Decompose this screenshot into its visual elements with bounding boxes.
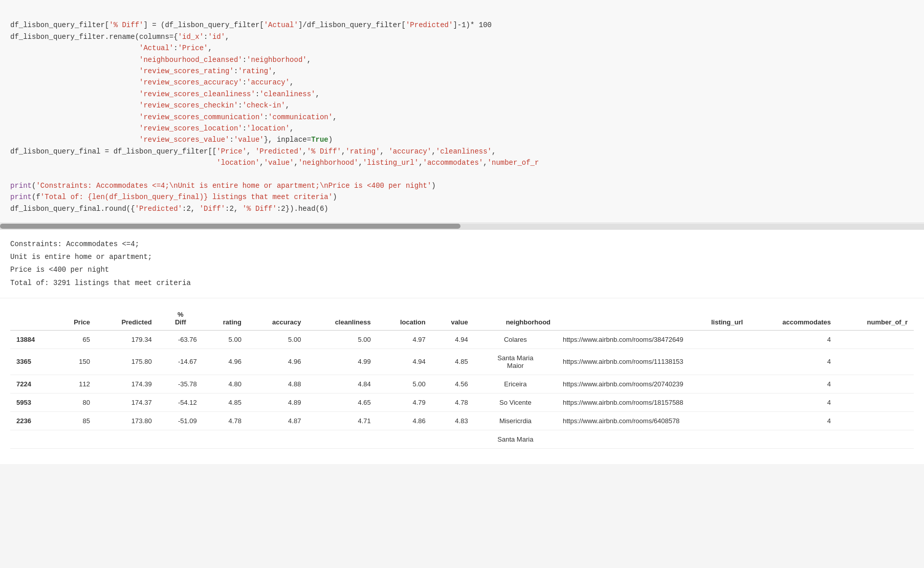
row-accommodates: 4 <box>749 330 837 348</box>
row-number <box>837 430 914 448</box>
row-pct-diff: -35.78 <box>158 375 203 393</box>
row-location: 4.94 <box>377 348 432 375</box>
row-cleanliness <box>307 430 377 448</box>
table-row: 2236 85 173.80 -51.09 4.78 4.87 4.71 4.8… <box>10 411 914 430</box>
row-predicted: 174.39 <box>96 375 158 393</box>
row-predicted: 173.80 <box>96 411 158 430</box>
row-neighborhood: Misericrdia <box>474 411 557 430</box>
row-pct-diff: -54.12 <box>158 393 203 411</box>
row-predicted: 174.37 <box>96 393 158 411</box>
row-value <box>432 430 474 448</box>
row-accuracy: 4.96 <box>248 348 307 375</box>
row-accommodates: 4 <box>749 348 837 375</box>
row-accuracy: 5.00 <box>248 330 307 348</box>
row-pct-diff: -14.67 <box>158 348 203 375</box>
row-location: 5.00 <box>377 375 432 393</box>
row-number <box>837 393 914 411</box>
row-id: 2236 <box>10 411 55 430</box>
row-cleanliness: 4.99 <box>307 348 377 375</box>
row-price: 112 <box>55 375 96 393</box>
scrollbar-thumb[interactable] <box>0 224 460 229</box>
row-rating: 5.00 <box>203 330 248 348</box>
row-accommodates: 4 <box>749 375 837 393</box>
col-header-number: number_of_r <box>837 307 914 331</box>
row-neighborhood: Ericeira <box>474 375 557 393</box>
row-number <box>837 330 914 348</box>
col-header-price: Price <box>55 307 96 331</box>
row-price <box>55 430 96 448</box>
table-row: 3365 150 175.80 -14.67 4.96 4.96 4.99 4.… <box>10 348 914 375</box>
row-price: 150 <box>55 348 96 375</box>
col-header-neighborhood: neighborhood <box>474 307 557 331</box>
output-line-4: Total of: 3291 listings that meet criter… <box>10 277 914 290</box>
row-cleanliness: 4.71 <box>307 411 377 430</box>
row-neighborhood: Colares <box>474 330 557 348</box>
output-line-2: Unit is entire home or apartment; <box>10 251 914 264</box>
row-predicted <box>96 430 158 448</box>
row-id <box>10 430 55 448</box>
results-table: Price Predicted %Diff rating accuracy cl… <box>10 307 914 449</box>
col-header-accommodates: accommodates <box>749 307 837 331</box>
table-row: 13884 65 179.34 -63.76 5.00 5.00 5.00 4.… <box>10 330 914 348</box>
row-rating: 4.85 <box>203 393 248 411</box>
row-number <box>837 348 914 375</box>
row-rating <box>203 430 248 448</box>
row-id: 3365 <box>10 348 55 375</box>
row-number <box>837 411 914 430</box>
row-accuracy <box>248 430 307 448</box>
row-rating: 4.96 <box>203 348 248 375</box>
row-url: https://www.airbnb.com/rooms/38472649 <box>557 330 749 348</box>
row-url: https://www.airbnb.com/rooms/18157588 <box>557 393 749 411</box>
row-location: 4.97 <box>377 330 432 348</box>
col-header-predicted: Predicted <box>96 307 158 331</box>
row-id: 7224 <box>10 375 55 393</box>
table-row: Santa Maria <box>10 430 914 448</box>
table-row: 5953 80 174.37 -54.12 4.85 4.89 4.65 4.7… <box>10 393 914 411</box>
row-value: 4.78 <box>432 393 474 411</box>
row-value: 4.94 <box>432 330 474 348</box>
row-neighborhood: Santa MariaMaior <box>474 348 557 375</box>
row-url <box>557 430 749 448</box>
row-price: 65 <box>55 330 96 348</box>
row-accuracy: 4.87 <box>248 411 307 430</box>
col-header-location: location <box>377 307 432 331</box>
col-header-value: value <box>432 307 474 331</box>
row-url: https://www.airbnb.com/rooms/20740239 <box>557 375 749 393</box>
code-print1: print('Constraints: Accommodates <=4;\nU… <box>10 182 436 190</box>
code-cell: df_lisbon_query_filter['% Diff'] = (df_l… <box>0 0 924 223</box>
table-row: 7224 112 174.39 -35.78 4.80 4.88 4.84 5.… <box>10 375 914 393</box>
row-value: 4.85 <box>432 348 474 375</box>
code-line-2: df_lisbon_query_filter.rename(columns={'… <box>10 33 539 167</box>
row-price: 80 <box>55 393 96 411</box>
row-predicted: 175.80 <box>96 348 158 375</box>
output-line-1: Constraints: Accommodates <=4; <box>10 238 914 251</box>
row-rating: 4.78 <box>203 411 248 430</box>
row-url: https://www.airbnb.com/rooms/11138153 <box>557 348 749 375</box>
code-line-1: df_lisbon_query_filter['% Diff'] = (df_l… <box>10 21 492 29</box>
table-header-row: Price Predicted %Diff rating accuracy cl… <box>10 307 914 331</box>
row-value: 4.56 <box>432 375 474 393</box>
row-accuracy: 4.89 <box>248 393 307 411</box>
code-print3: df_lisbon_query_final.round({'Predicted'… <box>10 205 328 213</box>
code-print2: print(f'Total of: {len(df_lisbon_query_f… <box>10 193 337 201</box>
results-table-container: Price Predicted %Diff rating accuracy cl… <box>0 298 924 464</box>
row-accommodates <box>749 430 837 448</box>
row-id: 13884 <box>10 330 55 348</box>
row-location: 4.79 <box>377 393 432 411</box>
row-accuracy: 4.88 <box>248 375 307 393</box>
col-header-cleanliness: cleanliness <box>307 307 377 331</box>
row-cleanliness: 5.00 <box>307 330 377 348</box>
row-pct-diff: -51.09 <box>158 411 203 430</box>
row-neighborhood: Santa Maria <box>474 430 557 448</box>
col-header-accuracy: accuracy <box>248 307 307 331</box>
row-cleanliness: 4.84 <box>307 375 377 393</box>
output-cell: Constraints: Accommodates <=4; Unit is e… <box>0 230 924 298</box>
col-header-listing-url: listing_url <box>557 307 749 331</box>
col-header-pct-diff: %Diff <box>158 307 203 331</box>
col-header-id <box>10 307 55 331</box>
row-accommodates: 4 <box>749 411 837 430</box>
row-location: 4.86 <box>377 411 432 430</box>
horizontal-scrollbar[interactable] <box>0 224 924 230</box>
row-location <box>377 430 432 448</box>
col-header-rating: rating <box>203 307 248 331</box>
